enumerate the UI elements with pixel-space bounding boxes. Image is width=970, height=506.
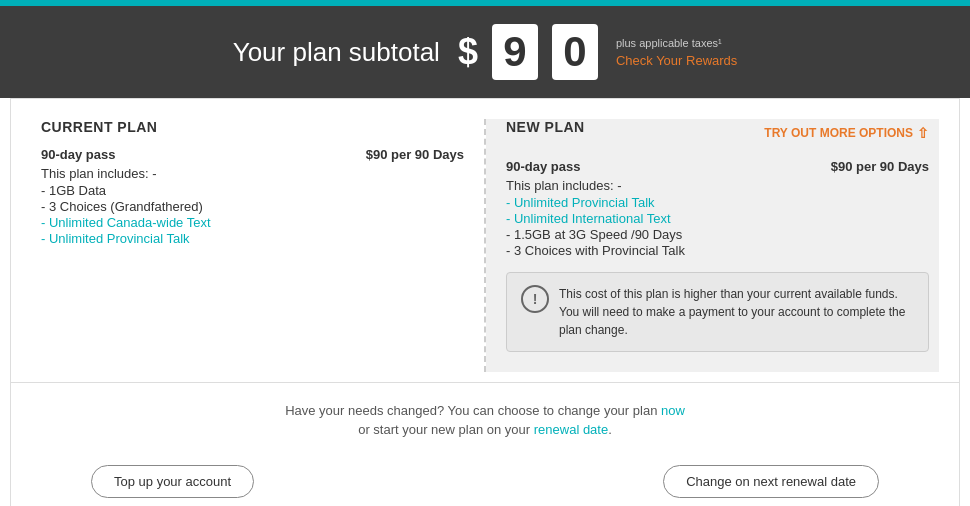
content-wrapper: CURRENT PLAN 90-day pass $90 per 90 Days… xyxy=(10,98,960,506)
info-line1-before: Have your needs changed? You can choose … xyxy=(285,403,661,418)
header-section: Your plan subtotal $ 9 0 plus applicable… xyxy=(0,6,970,98)
change-renewal-button[interactable]: Change on next renewal date xyxy=(663,465,879,498)
info-line1-link[interactable]: now xyxy=(661,403,685,418)
bottom-section: Have your needs changed? You can choose … xyxy=(11,382,959,451)
current-plan-item-2: - 3 Choices (Grandfathered) xyxy=(41,199,464,214)
current-plan-item-4: - Unlimited Provincial Talk xyxy=(41,231,464,246)
warning-box: ! This cost of this plan is higher than … xyxy=(506,272,929,352)
new-plan-title: NEW PLAN xyxy=(506,119,585,135)
new-plan-includes: This plan includes: - xyxy=(506,178,929,193)
current-plan-title: CURRENT PLAN xyxy=(41,119,464,135)
info-line2-link[interactable]: renewal date xyxy=(534,422,608,437)
current-plan-panel: CURRENT PLAN 90-day pass $90 per 90 Days… xyxy=(31,119,486,372)
current-plan-row: 90-day pass $90 per 90 Days xyxy=(41,147,464,162)
header-left: Your plan subtotal $ 9 0 xyxy=(233,24,600,80)
info-line2-before: or start your new plan on your xyxy=(358,422,534,437)
info-line2-after: . xyxy=(608,422,612,437)
taxes-text: plus applicable taxes¹ xyxy=(616,37,737,49)
price-digit-2: 0 xyxy=(552,24,598,80)
new-plan-panel: NEW PLAN TRY OUT MORE OPTIONS ⇧ 90-day p… xyxy=(486,119,939,372)
new-plan-header: NEW PLAN TRY OUT MORE OPTIONS ⇧ xyxy=(506,119,929,147)
try-more-arrow-icon: ⇧ xyxy=(917,125,929,141)
new-plan-item-4: - 3 Choices with Provincial Talk xyxy=(506,243,929,258)
warning-icon: ! xyxy=(521,285,549,313)
current-plan-price: $90 per 90 Days xyxy=(366,147,464,162)
try-more-label: TRY OUT MORE OPTIONS xyxy=(764,126,913,140)
current-plan-includes: This plan includes: - xyxy=(41,166,464,181)
new-plan-price: $90 per 90 Days xyxy=(831,159,929,174)
main-content: CURRENT PLAN 90-day pass $90 per 90 Days… xyxy=(11,99,959,382)
header-right: plus applicable taxes¹ Check Your Reward… xyxy=(616,37,737,68)
warning-exclamation: ! xyxy=(533,291,538,307)
info-line-1: Have your needs changed? You can choose … xyxy=(31,403,939,418)
new-plan-item-3: - 1.5GB at 3G Speed /90 Days xyxy=(506,227,929,242)
plan-subtotal-label: Your plan subtotal xyxy=(233,37,440,68)
info-line-2: or start your new plan on your renewal d… xyxy=(31,422,939,437)
check-rewards-link[interactable]: Check Your Rewards xyxy=(616,53,737,68)
current-plan-item-1: - 1GB Data xyxy=(41,183,464,198)
price-digit-1: 9 xyxy=(492,24,538,80)
current-plan-item-3: - Unlimited Canada-wide Text xyxy=(41,215,464,230)
new-plan-item-2: - Unlimited International Text xyxy=(506,211,929,226)
new-plan-name: 90-day pass xyxy=(506,159,580,174)
new-plan-row: 90-day pass $90 per 90 Days xyxy=(506,159,929,174)
dollar-sign: $ xyxy=(458,31,478,73)
topup-button[interactable]: Top up your account xyxy=(91,465,254,498)
warning-text: This cost of this plan is higher than yo… xyxy=(559,285,914,339)
new-plan-item-1: - Unlimited Provincial Talk xyxy=(506,195,929,210)
current-plan-name: 90-day pass xyxy=(41,147,115,162)
try-more-options-button[interactable]: TRY OUT MORE OPTIONS ⇧ xyxy=(764,125,929,141)
buttons-row: Top up your account Change on next renew… xyxy=(11,451,959,506)
